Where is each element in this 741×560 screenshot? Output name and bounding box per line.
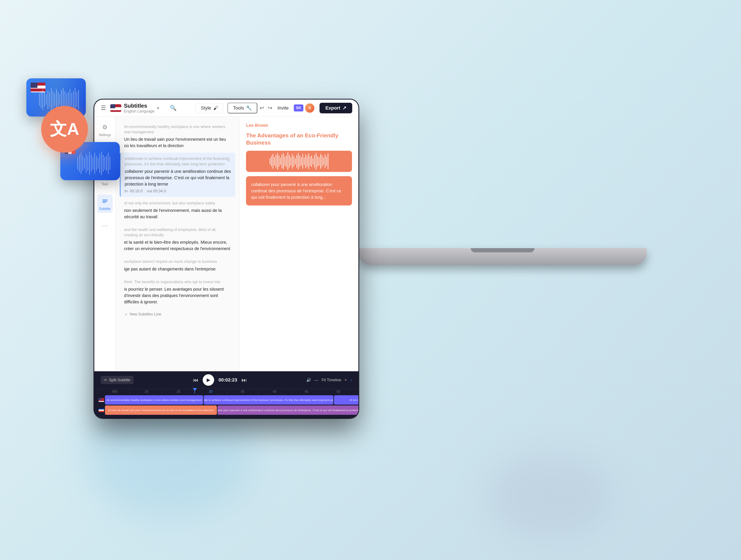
svg-rect-11 (58, 92, 58, 107)
svg-rect-38 (101, 152, 102, 175)
translate-icon: 文A (50, 118, 79, 141)
subtitle-item-active[interactable]: collaborate to achieve continual improve… (120, 153, 235, 196)
sidebar-item-subtitle[interactable]: Subtitle (97, 195, 113, 213)
subtitle-item[interactable]: workplace doesn't require as much change… (120, 256, 235, 275)
svg-rect-12 (60, 94, 60, 105)
svg-rect-33 (92, 157, 93, 170)
translate-button[interactable]: 文A (41, 106, 88, 153)
subtitle-item[interactable]: An environmentally healthy workplace is … (120, 121, 235, 152)
sidebar-item-more[interactable]: ⋯ (98, 219, 111, 232)
svg-rect-25 (79, 155, 80, 172)
svg-rect-24 (77, 157, 78, 170)
add-subtitle-line-button[interactable]: ＋ New Subtitles Line (120, 309, 235, 320)
svg-rect-21 (75, 88, 75, 111)
svg-rect-37 (99, 154, 100, 173)
svg-rect-0 (39, 93, 40, 106)
waveform-display (246, 151, 352, 172)
user-initials: SK (294, 104, 304, 111)
track-segment[interactable]: collaborate to achieve continual improve… (204, 395, 333, 405)
svg-rect-1 (41, 91, 42, 108)
speaker-name: Leo Brown (246, 123, 352, 128)
laptop-notch (471, 248, 535, 252)
laptop-screen: ☰ Subtitles English Language ▾ 🔍 (94, 99, 358, 418)
svg-rect-31 (89, 152, 90, 175)
user-avatar: SK S (294, 103, 315, 113)
svg-rect-34 (94, 153, 95, 174)
settings-icon: ⚙ (101, 123, 109, 132)
svg-rect-3 (44, 92, 45, 107)
subtitle-list: An environmentally healthy workplace is … (116, 116, 240, 371)
svg-rect-39 (103, 155, 104, 172)
svg-rect-15 (65, 91, 65, 108)
svg-rect-46 (103, 202, 106, 203)
svg-rect-36 (98, 158, 98, 169)
svg-rect-17 (68, 92, 69, 107)
delete-icon[interactable]: 🗑 (226, 157, 231, 162)
svg-rect-5 (48, 90, 48, 109)
more-icon: ⋯ (101, 221, 109, 230)
play-button[interactable]: ▶ (203, 374, 214, 386)
svg-rect-44 (103, 199, 108, 200)
time-display: 00:02:23 (218, 377, 237, 383)
split-subtitle-button[interactable]: ✂ Split Subtitle (101, 376, 134, 384)
subtitle-item[interactable]: of not only the environment, but also wo… (120, 197, 235, 223)
volume-icon[interactable]: 🔊 (306, 378, 311, 382)
dropdown-chevron[interactable]: ▾ (157, 105, 159, 110)
rewind-icon[interactable]: ⏮ (193, 377, 198, 383)
svg-rect-29 (86, 154, 86, 173)
fit-timeline-button[interactable]: Fit Timeline (322, 378, 341, 382)
svg-rect-20 (73, 91, 74, 108)
track-segment[interactable]: of not only the environment... (334, 395, 358, 405)
timeline-ruler: 485 20 25 30 35 40 45 50 (94, 389, 358, 394)
laptop-base (358, 248, 647, 265)
svg-rect-22 (76, 92, 77, 107)
svg-rect-19 (71, 93, 72, 106)
tools-button[interactable]: Tools 🔧 (227, 103, 257, 113)
svg-rect-6 (49, 92, 50, 107)
user-avatar-img: S (305, 103, 315, 113)
svg-rect-28 (84, 158, 85, 169)
subtitle-timing: in 00:16.0 out 00:34.0 (125, 189, 231, 193)
editor-area: An environmentally healthy workplace is … (116, 116, 240, 371)
sidebar-item-settings[interactable]: ⚙ Settings (97, 121, 113, 139)
video-title: The Advantages of an Eco-Friendly Busine… (246, 132, 352, 147)
timeline-tracks: An environmentally healthy workplace is … (94, 394, 358, 416)
export-button[interactable]: Export ↗ (320, 103, 352, 113)
track-segment[interactable]: Un lieu de travail sain pour l'environne… (105, 405, 217, 415)
hamburger-icon[interactable]: ☰ (101, 104, 106, 111)
svg-rect-30 (87, 156, 88, 171)
expand-icon[interactable]: ↕ (350, 378, 352, 382)
english-track-row: An environmentally healthy workplace is … (98, 395, 354, 405)
svg-rect-8 (53, 91, 53, 108)
track-segment[interactable]: collaborer pour parvenir à une améliorat… (217, 405, 358, 415)
export-icon: ↗ (342, 105, 346, 111)
translation-card: collaborer pour parvenir à une améliorat… (246, 176, 352, 206)
plus-icon: ＋ (124, 312, 128, 317)
undo-icon[interactable]: ↩ (260, 105, 264, 111)
search-icon[interactable]: 🔍 (170, 105, 177, 111)
timeline-container: ✂ Split Subtitle ⏮ ▶ 00:02:23 ⏭ 🔊 — (94, 371, 358, 418)
top-bar: ☰ Subtitles English Language ▾ 🔍 (94, 99, 358, 116)
style-button[interactable]: Style 🖌 (195, 103, 223, 113)
subtitle-item[interactable]: and the health and wellbeing of employee… (120, 224, 235, 255)
undo-redo-controls: ↩ ↪ (260, 105, 272, 111)
fast-forward-icon[interactable]: ⏭ (242, 377, 247, 383)
svg-rect-16 (66, 93, 67, 106)
subtitle-item[interactable]: think. The benefits to organizations who… (120, 276, 235, 308)
brand-flag (110, 104, 121, 112)
svg-rect-7 (51, 88, 52, 111)
svg-rect-9 (54, 93, 55, 106)
svg-rect-26 (81, 153, 81, 174)
svg-rect-32 (91, 155, 91, 172)
svg-rect-2 (43, 89, 43, 110)
svg-rect-4 (46, 94, 47, 105)
svg-rect-23 (78, 90, 79, 109)
svg-rect-43 (110, 157, 110, 170)
subtitle-icon (101, 197, 109, 205)
brand-title: Subtitles English Language (124, 102, 154, 113)
svg-rect-41 (106, 156, 107, 171)
invite-button[interactable]: Invite (277, 105, 289, 111)
track-segment[interactable]: An environmentally healthy workplace is … (105, 395, 203, 405)
redo-icon[interactable]: ↪ (268, 105, 272, 111)
svg-rect-40 (105, 157, 105, 170)
